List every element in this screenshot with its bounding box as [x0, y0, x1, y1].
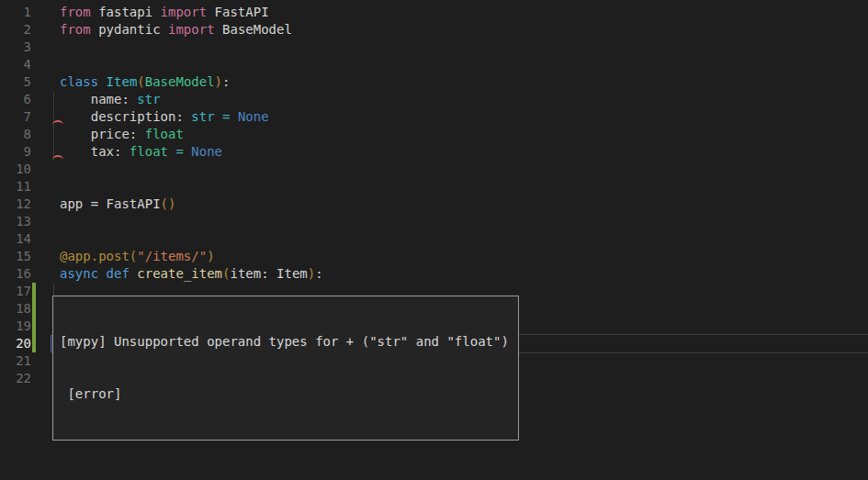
line-number: 9 [0, 143, 37, 161]
code-text: name: str [37, 91, 161, 108]
code-token: def [107, 266, 130, 281]
code-token [230, 109, 237, 124]
code-token: fastapi [91, 5, 161, 19]
code-token: ) [207, 249, 214, 263]
code-line[interactable]: 10 [0, 161, 868, 178]
code-text: from pydantic import BaseModel [37, 21, 292, 39]
line-number: 3 [0, 39, 37, 56]
line-number: 6 [0, 91, 37, 108]
code-line[interactable]: 15@app.post("/items/") [0, 248, 868, 265]
code-line[interactable]: 9 tax: float = None [0, 143, 868, 161]
line-number: 8 [0, 126, 37, 143]
line-number: 15 [0, 248, 37, 265]
code-line[interactable]: 16async def create_item(item: Item): [0, 265, 868, 283]
diagnostic-message: [mypy] Unsupported operand types for + (… [60, 333, 512, 351]
code-line[interactable]: 1from fastapi import FastAPI [0, 4, 868, 21]
code-token: from [60, 5, 91, 19]
code-token: float [145, 127, 184, 141]
line-number: 1 [0, 4, 37, 21]
code-token: tax: [60, 144, 130, 159]
code-token: app = FastAPI [60, 196, 161, 211]
code-text [37, 161, 60, 178]
line-number: 17 [0, 283, 37, 300]
code-text: tax: float = None [37, 143, 222, 161]
code-token: item: Item [230, 266, 307, 281]
code-line[interactable]: 8 price: float [0, 126, 868, 143]
code-text: @app.post("/items/") [37, 248, 215, 265]
code-token: import [168, 22, 215, 37]
code-text: from fastapi import FastAPI [37, 4, 269, 21]
code-token: : [222, 74, 230, 89]
line-number: 18 [0, 300, 37, 318]
code-text [37, 56, 60, 73]
code-token: FastAPI [207, 5, 268, 19]
line-number: 21 [0, 352, 37, 370]
editor: 1from fastapi import FastAPI2from pydant… [0, 0, 868, 480]
line-number: 16 [0, 265, 37, 283]
code-token: BaseModel [215, 22, 292, 37]
code-token: ) [308, 266, 315, 281]
code-text [37, 213, 60, 230]
code-text: price: float [37, 126, 184, 143]
code-line[interactable]: 4 [0, 56, 868, 73]
line-number: 14 [0, 230, 37, 248]
line-number: 10 [0, 161, 37, 178]
code-token: str [137, 92, 160, 106]
code-token: = [175, 144, 183, 159]
code-token: import [161, 5, 208, 19]
code-token [215, 109, 222, 124]
line-number: 2 [0, 21, 37, 39]
code-token: () [161, 196, 176, 211]
code-token: create_item [137, 266, 222, 281]
code-text: app = FastAPI() [37, 195, 175, 213]
code-line[interactable]: 11 [0, 178, 868, 195]
line-number: 13 [0, 213, 37, 230]
code-token: from [60, 22, 91, 37]
line-number: 11 [0, 178, 37, 195]
code-token: ) [215, 74, 222, 89]
code-token: async [60, 266, 98, 281]
code-line[interactable]: 3 [0, 39, 868, 56]
code-text: async def create_item(item: Item): [37, 265, 323, 283]
line-number: 12 [0, 195, 37, 213]
code-token: price: [60, 127, 145, 141]
code-line[interactable]: 6 name: str [0, 91, 868, 108]
code-token: str [191, 109, 214, 124]
code-token: Item [107, 74, 138, 89]
code-token: "/items/" [137, 249, 207, 263]
code-text: class Item(BaseModel): [37, 73, 230, 91]
code-line[interactable]: 12app = FastAPI() [0, 195, 868, 213]
code-token: BaseModel [145, 74, 215, 89]
code-text [37, 39, 60, 56]
code-token [98, 74, 106, 89]
code-text [37, 178, 60, 195]
line-number: 7 [0, 108, 37, 126]
code-token: name: [60, 92, 137, 106]
line-number: 5 [0, 73, 37, 91]
line-number: 4 [0, 56, 37, 73]
diagnostic-tooltip: [mypy] Unsupported operand types for + (… [52, 296, 519, 441]
code-line[interactable]: 2from pydantic import BaseModel [0, 21, 868, 39]
diagnostic-severity: [error] [60, 385, 512, 403]
code-token: pydantic [91, 22, 168, 37]
code-token [98, 266, 106, 281]
code-token: float [130, 144, 168, 159]
code-line[interactable]: 7 description: str = None [0, 108, 868, 126]
line-number: 20 [0, 335, 37, 352]
line-number: 19 [0, 318, 37, 335]
code-line[interactable]: 13 [0, 213, 868, 230]
line-number: 22 [0, 370, 37, 387]
code-line[interactable]: 5class Item(BaseModel): [0, 73, 868, 91]
code-token: ( [137, 74, 144, 89]
code-token: class [60, 74, 98, 89]
code-text: description: str = None [37, 108, 269, 126]
code-token: description: [60, 109, 191, 124]
code-token: None [238, 109, 269, 124]
code-token: None [191, 144, 222, 159]
code-line[interactable]: 14 [0, 230, 868, 248]
code-token: : [315, 266, 322, 281]
code-token: @app.post( [60, 249, 137, 263]
code-text [37, 230, 60, 248]
